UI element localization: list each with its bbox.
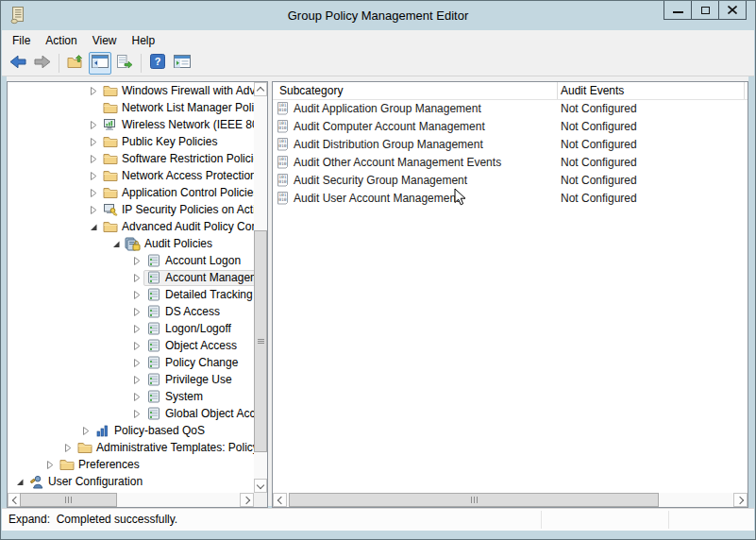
maximize-button[interactable]: [691, 1, 719, 20]
vertical-scroll-thumb[interactable]: [254, 230, 267, 452]
expand-arrow-icon[interactable]: [130, 290, 143, 300]
tree-item[interactable]: Policy-based QoS: [8, 422, 254, 439]
expand-arrow-icon[interactable]: [87, 171, 100, 181]
horizontal-scroll-thumb[interactable]: [20, 493, 117, 507]
expand-arrow-icon[interactable]: [87, 154, 100, 164]
tree-item-body[interactable]: Detailed Tracking: [143, 287, 254, 303]
scroll-right-button[interactable]: [733, 493, 748, 507]
expand-arrow-icon[interactable]: [87, 188, 100, 198]
tree-item-body[interactable]: Logon/Logoff: [143, 321, 235, 337]
table-row[interactable]: 101010Audit Application Group Management…: [273, 99, 748, 117]
tree-item[interactable]: Account Logon: [8, 252, 254, 269]
tree-vertical-scrollbar[interactable]: [254, 82, 267, 493]
up-one-level-button[interactable]: [64, 52, 87, 75]
tree-item[interactable]: Network Access Protection: [8, 167, 254, 184]
minimize-button[interactable]: [664, 1, 692, 20]
expand-arrow-icon[interactable]: [87, 137, 100, 147]
show-hide-action-pane-button[interactable]: [171, 52, 193, 75]
tree-item-body[interactable]: Software Restriction Policies: [100, 151, 254, 167]
tree-item-body[interactable]: Administrative Templates: Policy definit…: [75, 440, 254, 456]
expand-arrow-icon[interactable]: [87, 86, 100, 96]
tree-item[interactable]: Privilege Use: [8, 371, 254, 388]
scroll-left-button[interactable]: [273, 493, 287, 507]
scroll-up-button[interactable]: [254, 82, 267, 96]
close-button[interactable]: [718, 1, 747, 20]
tree-item-body[interactable]: Object Access: [143, 338, 241, 354]
expand-arrow-icon[interactable]: [87, 120, 100, 130]
menu-view[interactable]: View: [85, 32, 125, 49]
menu-file[interactable]: File: [5, 32, 38, 49]
expand-arrow-icon[interactable]: [61, 443, 75, 453]
tree-item[interactable]: Audit Policies: [8, 235, 254, 252]
tree-item-body[interactable]: User Configuration: [26, 474, 146, 490]
expand-arrow-icon[interactable]: [130, 409, 143, 419]
tree-item-body[interactable]: Advanced Audit Policy Configuration: [100, 219, 254, 235]
column-divider[interactable]: [744, 82, 745, 99]
expand-arrow-icon[interactable]: [130, 375, 143, 385]
collapse-arrow-icon[interactable]: [87, 222, 100, 232]
tree-item-body[interactable]: Global Object Access Auditing: [143, 406, 254, 422]
expand-arrow-icon[interactable]: [130, 273, 143, 283]
expand-arrow-icon[interactable]: [130, 307, 143, 317]
expand-arrow-icon[interactable]: [130, 324, 143, 334]
tree-item[interactable]: Global Object Access Auditing: [8, 405, 254, 422]
expand-arrow-icon[interactable]: [79, 426, 92, 436]
tree-item-body[interactable]: Network List Manager Policies: [100, 100, 254, 116]
column-header-subcategory[interactable]: Subcategory: [279, 84, 343, 97]
expand-arrow-icon[interactable]: [43, 460, 57, 470]
tree-item-body[interactable]: Privilege Use: [143, 372, 236, 388]
tree-item[interactable]: Account Management: [8, 269, 254, 286]
tree-item-body[interactable]: IP Security Policies on Active Directory: [100, 202, 254, 218]
tree-item[interactable]: IP Security Policies on Active Directory: [8, 201, 254, 218]
tree-item[interactable]: DS Access: [8, 303, 254, 320]
tree-item[interactable]: Preferences: [8, 456, 254, 473]
tree-item[interactable]: Logon/Logoff: [8, 320, 254, 337]
table-row[interactable]: 101010Audit Computer Account ManagementN…: [273, 117, 748, 135]
tree-item-body[interactable]: DS Access: [143, 304, 224, 320]
expand-arrow-icon[interactable]: [130, 256, 143, 266]
horizontal-scroll-thumb[interactable]: [289, 493, 659, 507]
tree-item-body[interactable]: Public Key Policies: [100, 134, 221, 150]
tree-item[interactable]: System: [8, 388, 254, 405]
expand-arrow-icon[interactable]: [130, 392, 143, 402]
collapse-arrow-icon[interactable]: [13, 477, 26, 487]
tree-item[interactable]: Detailed Tracking: [8, 286, 254, 303]
table-row[interactable]: 101010Audit Other Account Management Eve…: [273, 153, 748, 171]
tree-item[interactable]: Object Access: [8, 337, 254, 354]
tree-item[interactable]: Advanced Audit Policy Configuration: [8, 218, 254, 235]
tree-item-body[interactable]: Account Logon: [143, 253, 244, 269]
help-button[interactable]: ?: [146, 52, 169, 75]
tree-item-selected[interactable]: Account Management: [143, 270, 254, 286]
collapse-arrow-icon[interactable]: [109, 239, 123, 249]
export-list-button[interactable]: [113, 52, 136, 75]
table-row[interactable]: 101010Audit User Account ManagementNot C…: [273, 189, 748, 207]
forward-button[interactable]: [31, 52, 54, 75]
tree-item-body[interactable]: Policy-based QoS: [92, 423, 209, 439]
column-header-audit-events[interactable]: Audit Events: [561, 84, 624, 97]
scroll-right-button[interactable]: [240, 493, 254, 507]
expand-arrow-icon[interactable]: [87, 205, 100, 215]
scroll-down-button[interactable]: [254, 479, 267, 493]
tree-item-body[interactable]: Wireless Network (IEEE 802.11) Policies: [100, 117, 254, 133]
tree-item[interactable]: Wireless Network (IEEE 802.11) Policies: [8, 116, 254, 133]
expand-arrow-icon[interactable]: [130, 341, 143, 351]
tree-item-body[interactable]: Windows Firewall with Advanced Security: [100, 83, 254, 99]
back-button[interactable]: [7, 52, 29, 75]
menu-action[interactable]: Action: [38, 32, 84, 49]
table-row[interactable]: 101010Audit Security Group ManagementNot…: [273, 171, 748, 189]
expand-arrow-icon[interactable]: [130, 358, 143, 368]
table-row[interactable]: 101010Audit Distribution Group Managemen…: [273, 135, 748, 153]
tree-item-body[interactable]: Audit Policies: [123, 236, 216, 252]
tree-item[interactable]: Public Key Policies: [8, 133, 254, 150]
tree-item-body[interactable]: Application Control Policies: [100, 185, 254, 201]
tree-item[interactable]: User Configuration: [8, 473, 254, 490]
tree-item-body[interactable]: System: [143, 389, 207, 405]
tree-item[interactable]: Network List Manager Policies: [8, 99, 254, 116]
tree-horizontal-scrollbar[interactable]: [8, 493, 254, 507]
titlebar[interactable]: Group Policy Management Editor: [1, 1, 755, 30]
tree-item-body[interactable]: Network Access Protection: [100, 168, 254, 184]
tree-item-body[interactable]: Preferences: [57, 457, 143, 473]
menu-help[interactable]: Help: [125, 32, 163, 49]
show-hide-console-tree-button[interactable]: [89, 52, 111, 75]
tree-item[interactable]: Windows Firewall with Advanced Security: [8, 82, 254, 99]
